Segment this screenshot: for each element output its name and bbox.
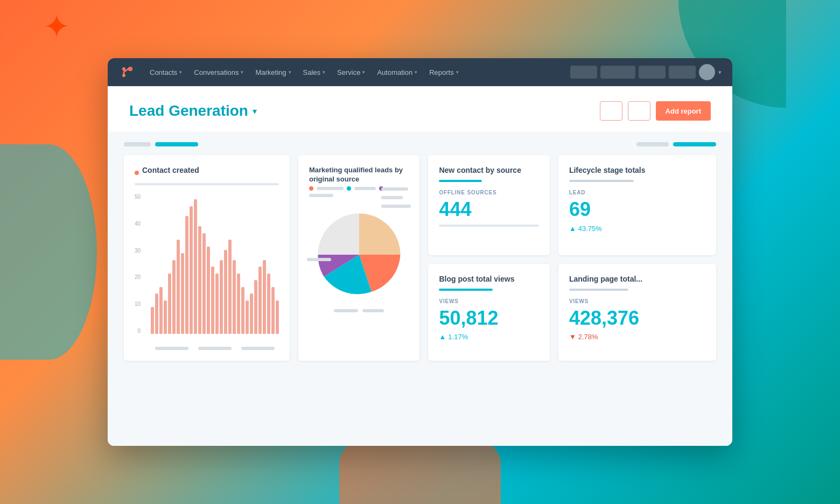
svg-point-2: [122, 74, 125, 77]
legend-item-1: [381, 187, 411, 191]
add-report-button[interactable]: Add report: [656, 101, 711, 121]
filter-pill-2: [155, 142, 198, 146]
bar-16: [220, 260, 223, 334]
nav-sales-chevron: ▾: [323, 69, 325, 75]
y-label-50: 50: [135, 194, 141, 200]
nav-quick-btn-2[interactable]: [600, 66, 635, 79]
lifecycle-stage-card: Lifecycle stage totals LEAD 69 ▲ 43.75%: [558, 155, 716, 255]
nav-item-automation[interactable]: Automation ▾: [372, 65, 423, 80]
bar-29: [276, 300, 279, 334]
nav-quick-btn-3[interactable]: [639, 66, 666, 79]
page-title-dropdown-icon[interactable]: ▾: [253, 106, 257, 116]
bar-4: [168, 274, 171, 334]
contact-created-bar: [135, 183, 279, 185]
pie-segment-5: [318, 213, 359, 255]
y-label-10: 10: [135, 301, 141, 307]
new-contact-title: New contact by source: [439, 166, 538, 174]
bar-26: [263, 260, 266, 334]
y-axis-labels: 50 40 30 20 10 0: [135, 194, 141, 345]
mql-title: Marketing qualified leads by original so…: [309, 166, 409, 184]
blog-post-up-arrow: ▲: [439, 333, 446, 341]
blog-post-change: ▲ 1.17%: [439, 333, 538, 341]
nav-sales-label: Sales: [303, 68, 321, 76]
bar-10: [194, 199, 197, 334]
bar-25: [258, 267, 262, 334]
nav-item-conversations[interactable]: Conversations ▾: [188, 65, 249, 80]
pie-bottom-bar-1: [334, 309, 358, 312]
x-label-3: [237, 347, 279, 350]
landing-page-bar: [569, 289, 628, 291]
hubspot-logo[interactable]: [118, 64, 136, 81]
contact-created-title: Contact created: [142, 166, 199, 174]
lifecycle-change-pct: 43.75%: [578, 225, 602, 233]
nav-quick-btn-4[interactable]: [669, 66, 696, 79]
page-title-area: Lead Generation ▾: [129, 102, 257, 120]
lifecycle-bar: [569, 180, 634, 182]
bar-2: [159, 287, 163, 334]
mql-legend-dot-1: [309, 186, 313, 191]
page-title: Lead Generation: [129, 102, 248, 120]
navbar: Contacts ▾ Conversations ▾ Marketing ▾ S…: [108, 58, 732, 86]
main-content: Lead Generation ▾ Add report: [108, 86, 732, 446]
contact-created-card: Contact created 50 40 30 20 10 0: [124, 155, 290, 361]
legend-label-2: [381, 196, 403, 199]
bar-7: [181, 253, 184, 334]
bar-15: [215, 274, 219, 334]
nav-quick-btn-1[interactable]: [570, 66, 597, 79]
bar-27: [267, 274, 270, 334]
dashboard: Contact created 50 40 30 20 10 0: [108, 131, 732, 377]
nav-conversations-chevron: ▾: [241, 69, 243, 75]
blog-post-value: 50,812: [439, 307, 538, 329]
bar-21: [241, 287, 244, 334]
svg-point-1: [129, 68, 131, 70]
filter-button-2[interactable]: [628, 101, 650, 121]
pie-segment-1: [359, 213, 401, 255]
bar-5: [172, 260, 176, 334]
nav-item-marketing[interactable]: Marketing ▾: [250, 65, 296, 80]
nav-marketing-chevron: ▾: [289, 69, 291, 75]
nav-avatar[interactable]: [699, 64, 715, 80]
filter-right: [636, 142, 716, 146]
nav-item-reports[interactable]: Reports ▾: [424, 65, 464, 80]
blog-post-change-pct: 1.17%: [448, 333, 468, 341]
landing-page-value: 428,376: [569, 307, 705, 329]
new-contact-bottom-bar: [439, 225, 538, 227]
card-grid: Contact created 50 40 30 20 10 0: [124, 155, 716, 361]
legend-item-3: [381, 205, 411, 208]
bar-14: [211, 267, 214, 334]
lifecycle-title: Lifecycle stage totals: [569, 166, 705, 174]
blog-post-title: Blog post total views: [439, 275, 538, 283]
nav-item-sales[interactable]: Sales ▾: [298, 65, 331, 80]
x-axis-labels: [135, 347, 279, 350]
pie-bottom-bar-2: [362, 309, 384, 312]
nav-item-service[interactable]: Service ▾: [332, 65, 370, 80]
nav-contacts-chevron: ▾: [179, 69, 182, 75]
lifecycle-change: ▲ 43.75%: [569, 225, 705, 233]
bars-container: [151, 194, 279, 345]
contact-created-header: Contact created: [135, 166, 279, 180]
mql-legend-bar-3: [309, 194, 333, 197]
x-label-2: [194, 347, 236, 350]
landing-page-metric-label: VIEWS: [569, 298, 705, 304]
mql-card: Marketing qualified leads by original so…: [298, 155, 419, 361]
legend-label-1: [381, 187, 408, 191]
pie-bottom-labels: [309, 309, 409, 312]
bar-0: [151, 307, 154, 334]
bar-1: [155, 293, 158, 334]
filter-button-1[interactable]: [600, 101, 622, 121]
bar-22: [246, 300, 249, 334]
blog-post-metric-label: VIEWS: [439, 298, 538, 304]
x-label-1: [151, 347, 193, 350]
nav-item-contacts[interactable]: Contacts ▾: [144, 65, 187, 80]
pie-left-legend: [307, 258, 331, 261]
landing-page-change: ▼ 2.78%: [569, 333, 705, 341]
new-contact-by-source-card: New contact by source OFFLINE SOURCES 44…: [428, 155, 549, 255]
bar-18: [228, 240, 232, 334]
nav-right-chevron[interactable]: ▾: [718, 69, 722, 76]
filter-right-pill-1: [636, 142, 669, 146]
y-label-40: 40: [135, 221, 141, 227]
blog-post-views-card: Blog post total views VIEWS 50,812 ▲ 1.1…: [428, 264, 549, 361]
bar-8: [185, 216, 188, 334]
bar-23: [250, 293, 253, 334]
browser-window: Contacts ▾ Conversations ▾ Marketing ▾ S…: [108, 58, 732, 446]
